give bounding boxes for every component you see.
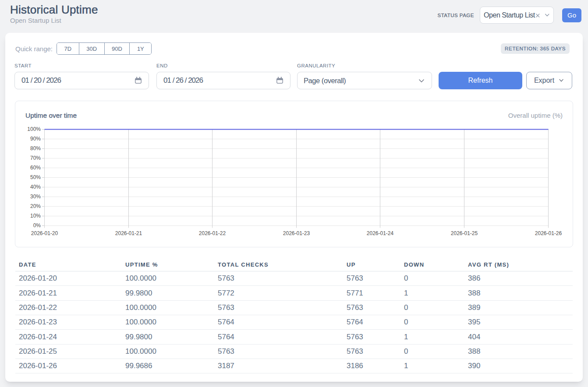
- svg-text:20%: 20%: [30, 203, 41, 209]
- svg-text:90%: 90%: [30, 136, 41, 142]
- svg-text:2026-01-23: 2026-01-23: [283, 230, 310, 236]
- svg-text:30%: 30%: [30, 194, 41, 200]
- svg-text:100%: 100%: [27, 126, 41, 132]
- svg-text:2026-01-20: 2026-01-20: [31, 230, 58, 236]
- svg-text:10%: 10%: [30, 213, 41, 219]
- svg-text:2026-01-25: 2026-01-25: [451, 230, 478, 236]
- svg-text:60%: 60%: [30, 165, 41, 171]
- svg-text:2026-01-22: 2026-01-22: [199, 230, 226, 236]
- svg-text:0%: 0%: [33, 222, 41, 229]
- svg-text:40%: 40%: [30, 184, 41, 190]
- svg-text:80%: 80%: [30, 145, 41, 151]
- svg-text:70%: 70%: [30, 155, 41, 161]
- svg-text:2026-01-24: 2026-01-24: [367, 230, 394, 236]
- svg-text:50%: 50%: [30, 174, 41, 180]
- svg-text:2026-01-21: 2026-01-21: [115, 230, 142, 236]
- svg-text:2026-01-26: 2026-01-26: [535, 230, 562, 236]
